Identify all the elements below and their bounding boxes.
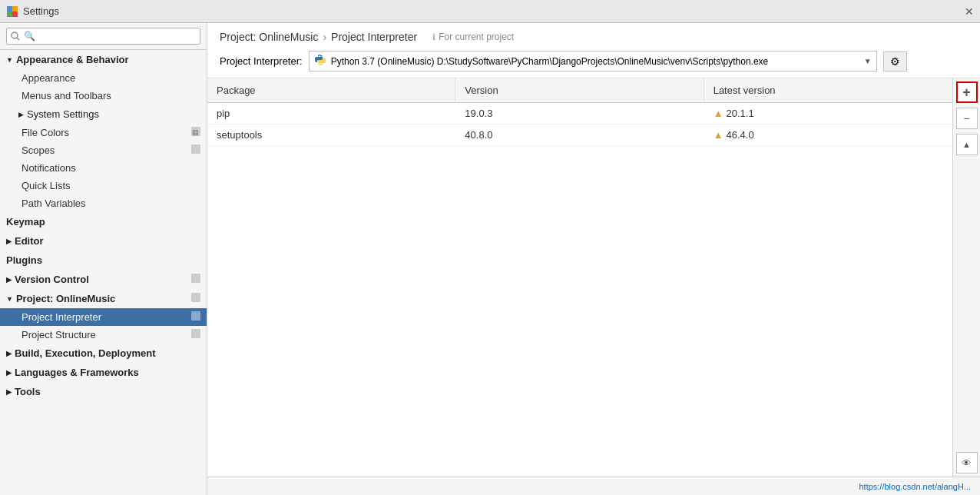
- interpreter-dropdown[interactable]: Python 3.7 (OnlineMusic) D:\StudySoftwar…: [309, 51, 877, 71]
- project-icon: [191, 293, 200, 304]
- interpreter-settings-button[interactable]: ⚙: [883, 51, 907, 71]
- sidebar-item-tools[interactable]: ▶ Tools: [0, 382, 207, 401]
- svg-text:▤: ▤: [192, 128, 199, 136]
- svg-rect-8: [191, 293, 200, 302]
- for-current-label: For current project: [439, 32, 514, 42]
- upgrade-arrow-icon: ▲: [713, 129, 723, 141]
- sidebar-sub-label: Appearance: [22, 72, 75, 84]
- interpreter-value: Python 3.7 (OnlineMusic) D:\StudySoftwar…: [331, 56, 769, 67]
- column-header-latest: Latest version: [704, 78, 952, 102]
- package-version: 19.0.3: [455, 103, 704, 124]
- search-box: [0, 23, 207, 50]
- sidebar-item-appearance-behavior[interactable]: ▼ Appearance & Behavior: [0, 50, 207, 69]
- sidebar-item-menus-toolbars[interactable]: Menus and Toolbars: [0, 87, 207, 105]
- table-row[interactable]: setuptools 40.8.0 ▲46.4.0: [207, 125, 952, 146]
- breadcrumb-part2: Project Interpreter: [331, 31, 417, 43]
- sidebar-item-path-variables[interactable]: Path Variables: [0, 194, 207, 212]
- svg-rect-6: [191, 145, 200, 154]
- sidebar-item-plugins[interactable]: Plugins: [0, 251, 207, 270]
- status-url[interactable]: https://blog.csdn.net/alangH...: [859, 482, 971, 491]
- add-package-button[interactable]: +: [956, 81, 978, 103]
- table-row[interactable]: pip 19.0.3 ▲20.1.1: [207, 103, 952, 125]
- chevron-right-icon: ▶: [6, 238, 12, 245]
- sidebar-item-label: Keymap: [6, 216, 45, 228]
- sidebar-item-label: Editor: [15, 235, 44, 247]
- chevron-down-icon: ▼: [6, 56, 13, 64]
- sidebar-sub-label: Project Interpreter: [22, 311, 101, 323]
- svg-rect-7: [191, 274, 200, 283]
- upgrade-package-button[interactable]: ▲: [956, 134, 978, 155]
- sidebar-item-version-control[interactable]: ▶ Version Control: [0, 270, 207, 289]
- remove-package-button[interactable]: −: [956, 108, 978, 129]
- sidebar-item-system-settings[interactable]: ▶ System Settings: [0, 105, 207, 124]
- python-icon: [314, 54, 326, 68]
- search-input[interactable]: [6, 28, 200, 45]
- column-header-package: Package: [207, 78, 455, 102]
- main-container: ▼ Appearance & Behavior Appearance Menus…: [0, 23, 980, 495]
- minus-icon: −: [963, 112, 969, 125]
- interpreter-bar: Project Interpreter: Python 3.7 (OnlineM…: [207, 45, 980, 78]
- sidebar-sub-label: File Colors: [22, 127, 69, 138]
- sidebar-sub-label: Path Variables: [22, 198, 86, 209]
- sidebar-item-label: Plugins: [6, 254, 42, 266]
- package-latest-version: ▲46.4.0: [704, 125, 952, 145]
- sidebar-item-file-colors[interactable]: File Colors ▤: [0, 124, 207, 141]
- chevron-down-icon: ▼: [6, 295, 13, 303]
- sidebar: ▼ Appearance & Behavior Appearance Menus…: [0, 23, 207, 495]
- breadcrumb-separator: ›: [323, 31, 326, 43]
- gear-icon: ⚙: [890, 55, 900, 68]
- sidebar-sub-label: Scopes: [22, 145, 55, 156]
- breadcrumb-part1: Project: OnlineMusic: [220, 31, 318, 43]
- dropdown-arrow-icon: ▼: [864, 57, 872, 65]
- sidebar-item-label: Languages & Frameworks: [15, 367, 139, 378]
- close-button[interactable]: ✕: [965, 5, 974, 18]
- project-interpreter-icon: [191, 311, 200, 323]
- chevron-right-icon: ▶: [6, 350, 12, 357]
- sidebar-item-label: Appearance & Behavior: [16, 54, 129, 65]
- sidebar-item-keymap[interactable]: Keymap: [0, 212, 207, 231]
- sidebar-item-scopes[interactable]: Scopes: [0, 141, 207, 159]
- sidebar-item-label: Version Control: [15, 274, 89, 285]
- package-name: pip: [207, 103, 455, 124]
- sidebar-item-project-interpreter[interactable]: Project Interpreter: [0, 308, 207, 326]
- svg-rect-9: [191, 311, 200, 321]
- window-title: Settings: [23, 5, 59, 17]
- sidebar-item-label: Tools: [15, 386, 41, 397]
- chevron-right-icon: ▶: [6, 369, 12, 377]
- sidebar-sub-label: Project Structure: [22, 329, 96, 341]
- sidebar-item-project-onlinemusic[interactable]: ▼ Project: OnlineMusic: [0, 289, 207, 308]
- app-icon: [6, 5, 18, 18]
- sidebar-item-editor[interactable]: ▶ Editor: [0, 231, 207, 251]
- scopes-icon: [191, 145, 200, 156]
- packages-area: Package Version Latest version pip 19.0.…: [207, 78, 980, 477]
- status-bar: https://blog.csdn.net/alangH...: [207, 477, 980, 495]
- up-arrow-icon: ▲: [962, 140, 971, 149]
- interpreter-label: Project Interpreter:: [220, 55, 303, 67]
- for-current-project: ℹ For current project: [432, 32, 514, 42]
- sidebar-item-label: Build, Execution, Deployment: [15, 347, 155, 359]
- sidebar-item-languages-frameworks[interactable]: ▶ Languages & Frameworks: [0, 363, 207, 382]
- sidebar-item-build-execution[interactable]: ▶ Build, Execution, Deployment: [0, 344, 207, 363]
- sidebar-item-label: System Settings: [27, 108, 99, 120]
- version-control-icon: [191, 274, 200, 285]
- svg-rect-10: [191, 329, 200, 338]
- packages-table: Package Version Latest version pip 19.0.…: [207, 78, 952, 477]
- svg-rect-2: [7, 12, 12, 17]
- eye-icon: 👁: [962, 457, 972, 469]
- chevron-right-icon: ▶: [6, 276, 12, 284]
- sidebar-sub-label: Menus and Toolbars: [22, 90, 111, 101]
- plus-icon: +: [962, 85, 971, 101]
- sidebar-item-project-structure[interactable]: Project Structure: [0, 326, 207, 344]
- sidebar-item-appearance[interactable]: Appearance: [0, 69, 207, 87]
- svg-rect-3: [12, 12, 18, 17]
- package-version: 40.8.0: [455, 125, 704, 145]
- package-latest-version: ▲20.1.1: [704, 103, 952, 124]
- sidebar-sub-label: Notifications: [22, 162, 76, 174]
- column-header-version: Version: [455, 78, 704, 102]
- sidebar-item-quick-lists[interactable]: Quick Lists: [0, 177, 207, 194]
- sidebar-item-notifications[interactable]: Notifications: [0, 159, 207, 177]
- title-bar: Settings ✕: [0, 0, 980, 23]
- show-early-releases-button[interactable]: 👁: [956, 452, 978, 473]
- info-icon: ℹ: [432, 32, 435, 42]
- upgrade-arrow-icon: ▲: [713, 108, 723, 119]
